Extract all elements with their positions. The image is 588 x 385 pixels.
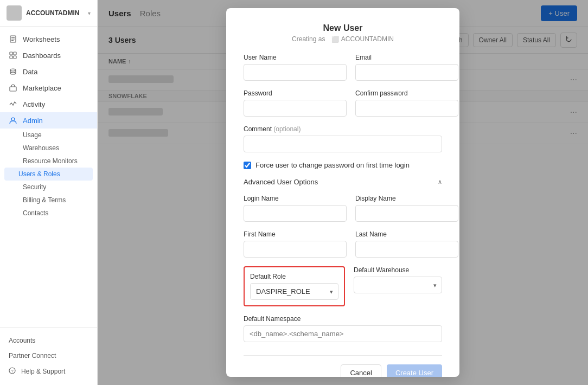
display-name-label: Display Name xyxy=(355,195,458,202)
default-warehouse-select-wrapper xyxy=(354,277,442,293)
svg-rect-7 xyxy=(14,56,16,59)
sidebar-sub-menu: Usage Warehouses Resource Monitors Users… xyxy=(0,129,97,220)
comment-input[interactable] xyxy=(244,136,442,152)
creating-icon: ⬜ xyxy=(331,36,339,43)
confirm-password-input[interactable] xyxy=(355,100,458,117)
first-name-input[interactable] xyxy=(244,241,347,258)
sidebar-sub-item-billing[interactable]: Billing & Terms xyxy=(0,194,97,207)
sidebar-sub-item-users-roles[interactable]: Users & Roles xyxy=(4,168,93,181)
marketplace-icon xyxy=(9,84,17,92)
sidebar-footer-help[interactable]: ? Help & Support xyxy=(0,363,97,380)
doc-icon xyxy=(9,35,17,43)
form-group-default-namespace: Default Namespace xyxy=(244,315,442,342)
password-label: Password xyxy=(244,89,347,97)
activity-icon xyxy=(9,100,17,108)
default-namespace-input[interactable] xyxy=(244,325,442,342)
data-icon xyxy=(9,67,17,76)
new-user-modal: New User Creating as ⬜ ACCOUNTADMIN User… xyxy=(226,8,459,377)
last-name-label: Last Name xyxy=(355,230,458,238)
default-role-select[interactable]: DASPIRE_ROLE xyxy=(250,283,338,300)
sidebar-item-label-worksheets: Worksheets xyxy=(23,35,60,43)
chevron-down-icon: ▾ xyxy=(88,10,91,16)
svg-rect-9 xyxy=(10,87,16,91)
modal-overlay: New User Creating as ⬜ ACCOUNTADMIN User… xyxy=(98,0,588,385)
form-row-first-last: First Name Last Name xyxy=(244,230,442,258)
modal-title: New User xyxy=(244,23,442,33)
username-label: User Name xyxy=(244,54,347,61)
checkbox-row-force-change: Force user to change password on first t… xyxy=(244,161,442,169)
login-name-input[interactable] xyxy=(244,205,347,222)
sidebar-sub-item-resource-monitors[interactable]: Resource Monitors xyxy=(0,155,97,168)
form-group-email: Email xyxy=(355,54,458,81)
form-row-login-display: Login Name Display Name xyxy=(244,195,442,222)
cancel-button[interactable]: Cancel xyxy=(341,364,381,377)
sidebar-item-label-dashboards: Dashboards xyxy=(23,52,61,60)
sidebar-sub-item-usage[interactable]: Usage xyxy=(0,129,97,142)
sidebar-sub-item-security[interactable]: Security xyxy=(0,181,97,194)
sidebar-item-activity[interactable]: Activity xyxy=(0,96,97,112)
email-input[interactable] xyxy=(355,64,458,81)
form-group-username: User Name xyxy=(244,54,347,81)
last-name-input[interactable] xyxy=(355,241,458,258)
email-label: Email xyxy=(355,54,458,61)
force-change-password-checkbox[interactable] xyxy=(244,162,251,169)
form-group-password: Password xyxy=(244,89,347,117)
form-group-default-warehouse: Default Warehouse xyxy=(354,266,442,306)
svg-text:?: ? xyxy=(11,369,14,374)
form-group-confirm-password: Confirm password xyxy=(355,89,458,117)
sidebar-item-dashboards[interactable]: Dashboards xyxy=(0,47,97,63)
username-input[interactable] xyxy=(244,64,347,81)
main-content: Users Roles + User 3 Users Search Owner … xyxy=(98,0,588,385)
create-user-button[interactable]: Create User xyxy=(387,364,442,377)
svg-point-8 xyxy=(10,69,16,71)
login-name-label: Login Name xyxy=(244,195,347,202)
default-namespace-label: Default Namespace xyxy=(244,315,442,323)
svg-rect-5 xyxy=(14,52,16,55)
admin-icon xyxy=(9,116,17,125)
svg-point-10 xyxy=(11,118,15,121)
sidebar-item-label-data: Data xyxy=(23,68,37,76)
help-label: Help & Support xyxy=(21,368,65,375)
partner-connect-label: Partner Connect xyxy=(9,352,56,360)
advanced-toggle-icon: ∧ xyxy=(438,178,442,185)
advanced-header[interactable]: Advanced User Options ∧ xyxy=(244,178,442,186)
default-warehouse-label: Default Warehouse xyxy=(354,266,442,274)
default-role-select-wrapper: DASPIRE_ROLE xyxy=(250,283,338,300)
password-input[interactable] xyxy=(244,100,347,117)
account-name: ACCOUNTADMIN xyxy=(26,9,84,17)
comment-label: Comment (optional) xyxy=(244,125,442,133)
checkbox-label: Force user to change password on first t… xyxy=(255,161,410,169)
display-name-input[interactable] xyxy=(355,205,458,222)
confirm-password-label: Confirm password xyxy=(355,89,458,97)
modal-subtitle: Creating as ⬜ ACCOUNTADMIN xyxy=(244,35,442,43)
sidebar-item-label-admin: Admin xyxy=(23,117,43,125)
sidebar-sub-item-contacts[interactable]: Contacts xyxy=(0,207,97,220)
sidebar-item-data[interactable]: Data xyxy=(0,63,97,80)
help-icon: ? xyxy=(9,367,16,376)
sidebar-footer: Accounts Partner Connect ? Help & Suppor… xyxy=(0,327,97,385)
form-group-comment: Comment (optional) xyxy=(244,125,442,152)
form-group-last-name: Last Name xyxy=(355,230,458,258)
form-row-user-email: User Name Email xyxy=(244,54,442,81)
sidebar-item-worksheets[interactable]: Worksheets xyxy=(0,31,97,47)
sidebar-sub-item-warehouses[interactable]: Warehouses xyxy=(0,142,97,155)
default-warehouse-select[interactable] xyxy=(354,277,442,293)
sidebar-item-admin[interactable]: Admin xyxy=(0,112,97,129)
sidebar-footer-partner-connect[interactable]: Partner Connect xyxy=(0,348,97,363)
sidebar: ACCOUNTADMIN ▾ Worksheets Dashboards Dat… xyxy=(0,0,98,385)
form-group-first-name: First Name xyxy=(244,230,347,258)
sidebar-item-label-marketplace: Marketplace xyxy=(23,84,61,92)
svg-rect-6 xyxy=(10,56,12,59)
form-group-display-name: Display Name xyxy=(355,195,458,222)
sidebar-header[interactable]: ACCOUNTADMIN ▾ xyxy=(0,0,97,27)
form-group-login-name: Login Name xyxy=(244,195,347,222)
avatar xyxy=(7,5,22,21)
sidebar-item-marketplace[interactable]: Marketplace xyxy=(0,80,97,96)
sidebar-footer-accounts[interactable]: Accounts xyxy=(0,333,97,348)
accounts-label: Accounts xyxy=(9,337,35,344)
modal-footer: Cancel Create User xyxy=(244,355,442,377)
first-name-label: First Name xyxy=(244,230,347,238)
form-row-role-warehouse: Default Role DASPIRE_ROLE Default Wareho… xyxy=(244,266,442,306)
form-row-password: Password Confirm password xyxy=(244,89,442,117)
sidebar-nav: Worksheets Dashboards Data Marketplace A… xyxy=(0,27,97,327)
